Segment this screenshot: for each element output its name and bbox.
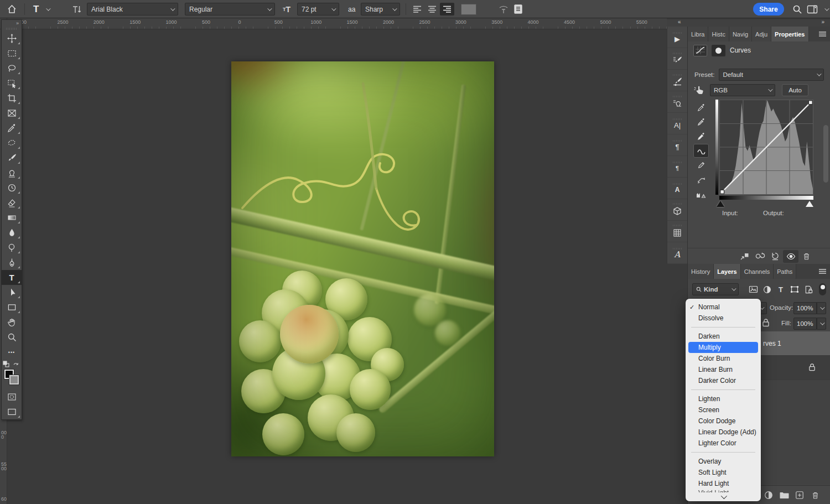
blend-mode-option-overlay[interactable]: Overlay (686, 456, 761, 467)
toolbox-grip[interactable] (6, 28, 17, 30)
text-orientation-button[interactable] (71, 0, 82, 18)
tool-pen[interactable] (2, 255, 22, 270)
blend-mode-option-vivid-light[interactable]: Vivid Light (686, 489, 761, 492)
tool-spot-healing[interactable] (2, 136, 22, 150)
panel-patterns[interactable] (667, 221, 687, 242)
fill-value[interactable]: 100% (793, 318, 817, 330)
text-color-swatch[interactable] (461, 0, 476, 18)
anti-alias-select[interactable]: Sharp (361, 3, 400, 15)
tool-crop[interactable] (2, 91, 22, 106)
black-point-slider[interactable] (717, 201, 724, 207)
edit-points-button[interactable] (693, 144, 709, 158)
toolbox-ellipsis[interactable]: ••• (2, 345, 22, 360)
panel-3d[interactable] (667, 199, 687, 221)
curves-graph[interactable] (719, 100, 813, 195)
quick-mask-button[interactable] (2, 389, 22, 404)
panel-actions[interactable]: ▶ (667, 27, 687, 48)
share-button[interactable]: Share (753, 3, 784, 15)
swap-colors-row[interactable] (2, 360, 22, 368)
targeted-adjustment-icon[interactable] (693, 85, 706, 96)
tool-dodge[interactable] (2, 240, 22, 255)
blend-mode-option-darken[interactable]: Darken (686, 331, 761, 342)
panel-clone-source[interactable] (667, 91, 687, 113)
channel-select[interactable]: RGB (710, 84, 775, 96)
lock-all-button[interactable] (762, 318, 770, 329)
fill-dropdown-button[interactable] (817, 318, 826, 330)
tool-hand[interactable] (2, 315, 22, 330)
tab-channels[interactable]: Channels (741, 264, 774, 279)
tool-brush[interactable] (2, 150, 22, 165)
histogram-warning-button[interactable] (693, 187, 709, 201)
filter-smart-objects-button[interactable] (802, 283, 815, 295)
font-size-select[interactable]: 72 pt (297, 3, 339, 15)
opacity-value[interactable]: 100% (793, 302, 817, 314)
panel-menu-button[interactable] (815, 264, 830, 279)
panel-menu-button[interactable] (815, 27, 830, 41)
blend-mode-option-multiply[interactable]: Multiply (688, 342, 758, 353)
tool-object-selection[interactable] (2, 76, 22, 91)
tab-adjustments[interactable]: Adju (752, 27, 771, 41)
draw-curve-pencil-button[interactable] (693, 158, 709, 172)
tool-lasso[interactable] (2, 61, 22, 76)
tab-navigator[interactable]: Navig (729, 27, 752, 41)
warp-text-button[interactable] (498, 0, 509, 18)
tool-clone-stamp[interactable] (2, 165, 22, 180)
blend-mode-option-lighter-color[interactable]: Lighter Color (686, 438, 761, 449)
toggle-panels-button[interactable] (513, 0, 523, 18)
tab-histogram[interactable]: Histc (708, 27, 729, 41)
opacity-dropdown-button[interactable] (817, 302, 826, 314)
tool-type[interactable]: T (2, 270, 22, 285)
tool-history-brush[interactable] (2, 180, 22, 195)
toolbox-expand-icon[interactable]: » (2, 20, 22, 27)
view-previous-state-button[interactable] (752, 250, 767, 263)
tool-rectangular-marquee[interactable] (2, 46, 22, 61)
tool-rectangle[interactable] (2, 300, 22, 315)
font-family-select[interactable]: Arial Black (87, 3, 178, 15)
new-layer-button[interactable] (793, 490, 806, 501)
blend-mode-option-color-burn[interactable]: Color Burn (686, 353, 761, 364)
new-adjustment-layer-button[interactable] (762, 490, 775, 501)
tab-properties[interactable]: Properties (771, 27, 808, 41)
tool-gradient[interactable] (2, 210, 22, 225)
white-point-slider[interactable] (806, 201, 813, 207)
screen-mode-button[interactable] (2, 404, 22, 419)
panel-brush-settings[interactable] (667, 48, 687, 70)
panel-character-styles[interactable]: A (667, 178, 687, 199)
workspace-switcher[interactable] (807, 0, 828, 18)
reset-adjustment-button[interactable] (767, 250, 783, 263)
panel-glyphs[interactable]: A (667, 242, 687, 264)
filter-adjustment-layers-button[interactable] (760, 283, 774, 295)
auto-button[interactable]: Auto (782, 84, 808, 96)
color-swatches[interactable] (2, 368, 22, 389)
type-tool-preset[interactable]: T (33, 0, 49, 18)
filter-pixel-layers-button[interactable] (746, 283, 760, 295)
layer-mask-button[interactable] (712, 45, 725, 56)
blend-mode-option-lighten[interactable]: Lighten (686, 393, 761, 404)
collapse-panels-left-icon[interactable]: « (678, 19, 681, 25)
curve-point-shadow[interactable] (720, 190, 724, 194)
filter-toggle-switch[interactable] (819, 283, 826, 295)
panel-paragraph[interactable]: ¶ (667, 134, 687, 156)
panel-character[interactable]: A| (667, 113, 687, 134)
canvas-image[interactable] (231, 61, 494, 456)
tab-paths[interactable]: Paths (774, 264, 796, 279)
blend-mode-option-darker-color[interactable]: Darker Color (686, 375, 761, 386)
panel-brushes[interactable] (667, 70, 687, 91)
tab-history[interactable]: History (688, 264, 714, 279)
blend-mode-option-hard-light[interactable]: Hard Light (686, 478, 761, 489)
filter-kind-select[interactable]: Kind (692, 283, 739, 295)
gray-point-eyedropper[interactable] (693, 115, 709, 129)
panel-paragraph-styles[interactable]: ¶ (667, 156, 687, 178)
tool-move[interactable] (2, 31, 22, 46)
tool-eyedropper[interactable] (2, 121, 22, 136)
delete-layer-button[interactable] (808, 490, 822, 501)
blend-mode-option-color-dodge[interactable]: Color Dodge (686, 415, 761, 427)
tab-libraries[interactable]: Libra (688, 27, 708, 41)
blend-mode-option-screen[interactable]: Screen (686, 404, 761, 415)
blend-mode-option-soft-light[interactable]: Soft Light (686, 467, 761, 478)
tool-frame[interactable] (2, 106, 22, 121)
home-button[interactable] (7, 0, 17, 18)
tool-blur[interactable] (2, 225, 22, 240)
blend-mode-option-linear-burn[interactable]: Linear Burn (686, 364, 761, 375)
tool-zoom[interactable] (2, 330, 22, 345)
